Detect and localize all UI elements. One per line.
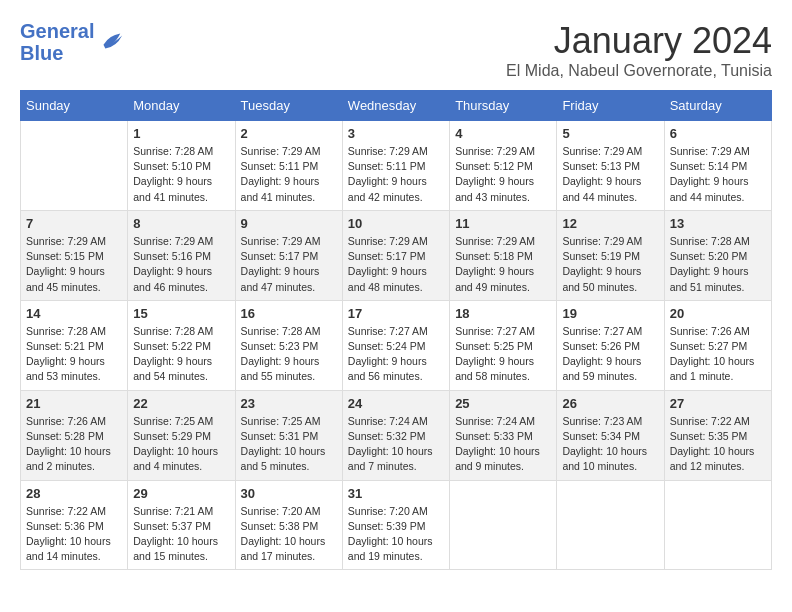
day-info: Sunrise: 7:28 AM Sunset: 5:10 PM Dayligh…: [133, 144, 229, 205]
day-info: Sunrise: 7:27 AM Sunset: 5:25 PM Dayligh…: [455, 324, 551, 385]
logo-bird-icon: [96, 28, 124, 56]
day-number: 24: [348, 396, 444, 411]
calendar-body: 1Sunrise: 7:28 AM Sunset: 5:10 PM Daylig…: [21, 121, 772, 570]
calendar-cell: 25Sunrise: 7:24 AM Sunset: 5:33 PM Dayli…: [450, 390, 557, 480]
page-title: January 2024: [506, 20, 772, 62]
calendar-row: 14Sunrise: 7:28 AM Sunset: 5:21 PM Dayli…: [21, 300, 772, 390]
day-info: Sunrise: 7:27 AM Sunset: 5:24 PM Dayligh…: [348, 324, 444, 385]
day-info: Sunrise: 7:28 AM Sunset: 5:22 PM Dayligh…: [133, 324, 229, 385]
calendar-cell: 24Sunrise: 7:24 AM Sunset: 5:32 PM Dayli…: [342, 390, 449, 480]
weekday-header: Thursday: [450, 91, 557, 121]
calendar-cell: 15Sunrise: 7:28 AM Sunset: 5:22 PM Dayli…: [128, 300, 235, 390]
calendar-row: 1Sunrise: 7:28 AM Sunset: 5:10 PM Daylig…: [21, 121, 772, 211]
calendar-cell: 21Sunrise: 7:26 AM Sunset: 5:28 PM Dayli…: [21, 390, 128, 480]
calendar-cell: 23Sunrise: 7:25 AM Sunset: 5:31 PM Dayli…: [235, 390, 342, 480]
weekday-header: Sunday: [21, 91, 128, 121]
day-number: 21: [26, 396, 122, 411]
day-number: 27: [670, 396, 766, 411]
weekday-header: Saturday: [664, 91, 771, 121]
day-number: 29: [133, 486, 229, 501]
day-info: Sunrise: 7:29 AM Sunset: 5:15 PM Dayligh…: [26, 234, 122, 295]
calendar-cell: 16Sunrise: 7:28 AM Sunset: 5:23 PM Dayli…: [235, 300, 342, 390]
day-number: 26: [562, 396, 658, 411]
day-number: 22: [133, 396, 229, 411]
calendar-cell: 22Sunrise: 7:25 AM Sunset: 5:29 PM Dayli…: [128, 390, 235, 480]
day-number: 2: [241, 126, 337, 141]
day-number: 30: [241, 486, 337, 501]
day-number: 10: [348, 216, 444, 231]
title-block: January 2024 El Mida, Nabeul Governorate…: [506, 20, 772, 80]
day-number: 4: [455, 126, 551, 141]
day-info: Sunrise: 7:28 AM Sunset: 5:21 PM Dayligh…: [26, 324, 122, 385]
day-number: 13: [670, 216, 766, 231]
calendar-cell: 4Sunrise: 7:29 AM Sunset: 5:12 PM Daylig…: [450, 121, 557, 211]
day-info: Sunrise: 7:29 AM Sunset: 5:19 PM Dayligh…: [562, 234, 658, 295]
logo-line2: Blue: [20, 42, 63, 64]
logo-text: General Blue: [20, 20, 94, 64]
day-info: Sunrise: 7:28 AM Sunset: 5:20 PM Dayligh…: [670, 234, 766, 295]
day-info: Sunrise: 7:21 AM Sunset: 5:37 PM Dayligh…: [133, 504, 229, 565]
calendar-cell: 5Sunrise: 7:29 AM Sunset: 5:13 PM Daylig…: [557, 121, 664, 211]
calendar-cell: 18Sunrise: 7:27 AM Sunset: 5:25 PM Dayli…: [450, 300, 557, 390]
calendar-cell: 1Sunrise: 7:28 AM Sunset: 5:10 PM Daylig…: [128, 121, 235, 211]
day-info: Sunrise: 7:22 AM Sunset: 5:36 PM Dayligh…: [26, 504, 122, 565]
day-number: 23: [241, 396, 337, 411]
day-number: 8: [133, 216, 229, 231]
day-number: 19: [562, 306, 658, 321]
day-info: Sunrise: 7:29 AM Sunset: 5:11 PM Dayligh…: [241, 144, 337, 205]
calendar-cell: 19Sunrise: 7:27 AM Sunset: 5:26 PM Dayli…: [557, 300, 664, 390]
day-number: 15: [133, 306, 229, 321]
day-info: Sunrise: 7:22 AM Sunset: 5:35 PM Dayligh…: [670, 414, 766, 475]
day-info: Sunrise: 7:29 AM Sunset: 5:17 PM Dayligh…: [241, 234, 337, 295]
day-info: Sunrise: 7:29 AM Sunset: 5:13 PM Dayligh…: [562, 144, 658, 205]
day-number: 5: [562, 126, 658, 141]
calendar-cell: 3Sunrise: 7:29 AM Sunset: 5:11 PM Daylig…: [342, 121, 449, 211]
day-info: Sunrise: 7:26 AM Sunset: 5:28 PM Dayligh…: [26, 414, 122, 475]
calendar-cell: 10Sunrise: 7:29 AM Sunset: 5:17 PM Dayli…: [342, 210, 449, 300]
day-number: 17: [348, 306, 444, 321]
day-info: Sunrise: 7:28 AM Sunset: 5:23 PM Dayligh…: [241, 324, 337, 385]
calendar-cell: [21, 121, 128, 211]
day-info: Sunrise: 7:29 AM Sunset: 5:11 PM Dayligh…: [348, 144, 444, 205]
calendar-table: SundayMondayTuesdayWednesdayThursdayFrid…: [20, 90, 772, 570]
page-header: General Blue January 2024 El Mida, Nabeu…: [20, 20, 772, 80]
weekday-header: Wednesday: [342, 91, 449, 121]
calendar-cell: 8Sunrise: 7:29 AM Sunset: 5:16 PM Daylig…: [128, 210, 235, 300]
calendar-row: 7Sunrise: 7:29 AM Sunset: 5:15 PM Daylig…: [21, 210, 772, 300]
day-number: 7: [26, 216, 122, 231]
day-info: Sunrise: 7:29 AM Sunset: 5:17 PM Dayligh…: [348, 234, 444, 295]
weekday-header: Friday: [557, 91, 664, 121]
day-info: Sunrise: 7:25 AM Sunset: 5:31 PM Dayligh…: [241, 414, 337, 475]
weekday-header: Tuesday: [235, 91, 342, 121]
day-number: 9: [241, 216, 337, 231]
day-number: 1: [133, 126, 229, 141]
day-info: Sunrise: 7:29 AM Sunset: 5:12 PM Dayligh…: [455, 144, 551, 205]
calendar-cell: 27Sunrise: 7:22 AM Sunset: 5:35 PM Dayli…: [664, 390, 771, 480]
calendar-cell: 28Sunrise: 7:22 AM Sunset: 5:36 PM Dayli…: [21, 480, 128, 570]
page-subtitle: El Mida, Nabeul Governorate, Tunisia: [506, 62, 772, 80]
day-number: 28: [26, 486, 122, 501]
calendar-row: 21Sunrise: 7:26 AM Sunset: 5:28 PM Dayli…: [21, 390, 772, 480]
calendar-cell: 31Sunrise: 7:20 AM Sunset: 5:39 PM Dayli…: [342, 480, 449, 570]
day-number: 12: [562, 216, 658, 231]
calendar-cell: [664, 480, 771, 570]
day-number: 31: [348, 486, 444, 501]
calendar-cell: 11Sunrise: 7:29 AM Sunset: 5:18 PM Dayli…: [450, 210, 557, 300]
day-number: 6: [670, 126, 766, 141]
day-number: 14: [26, 306, 122, 321]
calendar-row: 28Sunrise: 7:22 AM Sunset: 5:36 PM Dayli…: [21, 480, 772, 570]
calendar-cell: 20Sunrise: 7:26 AM Sunset: 5:27 PM Dayli…: [664, 300, 771, 390]
calendar-cell: [557, 480, 664, 570]
header-row: SundayMondayTuesdayWednesdayThursdayFrid…: [21, 91, 772, 121]
day-info: Sunrise: 7:24 AM Sunset: 5:33 PM Dayligh…: [455, 414, 551, 475]
weekday-header: Monday: [128, 91, 235, 121]
day-info: Sunrise: 7:20 AM Sunset: 5:39 PM Dayligh…: [348, 504, 444, 565]
day-number: 11: [455, 216, 551, 231]
calendar-cell: 6Sunrise: 7:29 AM Sunset: 5:14 PM Daylig…: [664, 121, 771, 211]
day-number: 18: [455, 306, 551, 321]
day-info: Sunrise: 7:29 AM Sunset: 5:16 PM Dayligh…: [133, 234, 229, 295]
calendar-cell: 14Sunrise: 7:28 AM Sunset: 5:21 PM Dayli…: [21, 300, 128, 390]
calendar-cell: [450, 480, 557, 570]
day-number: 16: [241, 306, 337, 321]
calendar-cell: 12Sunrise: 7:29 AM Sunset: 5:19 PM Dayli…: [557, 210, 664, 300]
